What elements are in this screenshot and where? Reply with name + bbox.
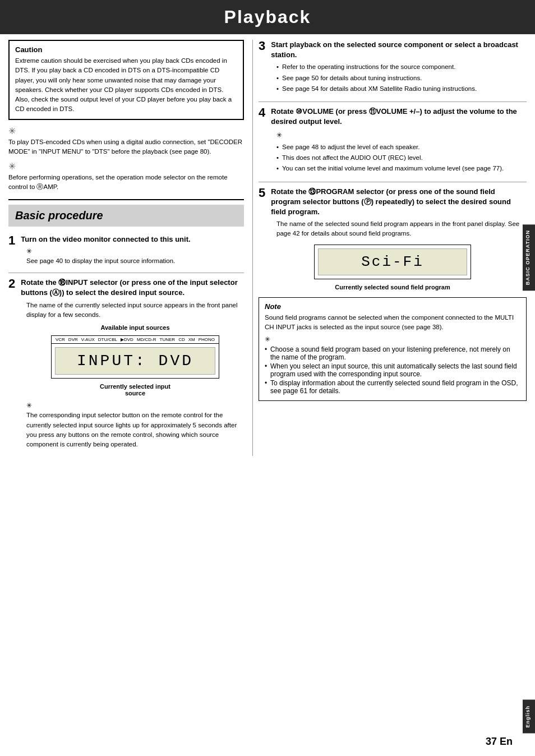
page-title: Playback bbox=[224, 7, 311, 27]
diagram-label-line1: Currently selected input bbox=[100, 383, 170, 390]
step-2-remote-note: ✳ The corresponding input selector butto… bbox=[26, 401, 244, 449]
scifi-display-screen: Sci-Fi bbox=[318, 248, 467, 275]
section-divider bbox=[8, 199, 244, 200]
note-box-title: Note bbox=[265, 302, 520, 311]
step-1-note-text: See page 40 to display the input source … bbox=[26, 257, 175, 264]
step-4-number: 4 bbox=[259, 107, 265, 119]
step-3-title: Start playback on the selected source co… bbox=[271, 40, 527, 60]
step-3-body: Refer to the operating instructions for … bbox=[276, 62, 527, 94]
step-5-number: 5 bbox=[259, 187, 265, 199]
basic-operation-tab: BASIC OPERATION bbox=[523, 224, 535, 291]
step-4-note-icon: ✳ bbox=[276, 132, 282, 139]
step-1-title: Turn on the video monitor connected to t… bbox=[21, 234, 244, 245]
diagram-label-line2: source bbox=[125, 390, 145, 397]
caution-body: Extreme caution should be exercised when… bbox=[15, 56, 237, 114]
input-display-container: VCR DVR V-AUX DTU/CBL ▶DVD MD/CD-R TUNER… bbox=[51, 335, 219, 379]
english-label: English bbox=[525, 706, 531, 728]
scifi-diagram-label: Currently selected sound field program bbox=[259, 284, 527, 291]
note-box-body: Sound field programs cannot be selected … bbox=[265, 313, 520, 333]
right-column: 3 Start playback on the selected source … bbox=[252, 40, 527, 456]
note-box-icon: ✳ bbox=[265, 335, 520, 343]
available-label: Available input sources bbox=[26, 324, 244, 331]
step-3-bullet-1: Refer to the operating instructions for … bbox=[276, 62, 527, 72]
note-box: Note Sound field programs cannot be sele… bbox=[259, 297, 527, 402]
step-3-bullets: Refer to the operating instructions for … bbox=[276, 62, 527, 94]
step-4-bullet-1: See page 48 to adjust the level of each … bbox=[276, 142, 527, 152]
step-divider-3 bbox=[259, 102, 527, 102]
note-box-bullets: Choose a sound field program based on yo… bbox=[265, 345, 520, 395]
step-4-bullets: See page 48 to adjust the level of each … bbox=[276, 142, 527, 174]
step-5-body: The name of the selected sound field pro… bbox=[276, 219, 527, 239]
caution-note-text: To play DTS-encoded CDs when using a dig… bbox=[8, 137, 244, 157]
step-3-bullet-3: See page 54 for details about XM Satelli… bbox=[276, 84, 527, 94]
step-5: 5 Rotate the ⑬PROGRAM selector (or press… bbox=[259, 187, 527, 291]
step-2-title: Rotate the ⑱INPUT selector (or press one… bbox=[21, 278, 244, 298]
step-3-number: 3 bbox=[259, 40, 265, 52]
step-4-title: Rotate ⑩VOLUME (or press ⑪VOLUME +/–) to… bbox=[271, 107, 527, 127]
basic-procedure-label: Basic procedure bbox=[15, 209, 103, 222]
english-tab: English bbox=[523, 700, 535, 734]
basic-operation-label: BASIC OPERATION bbox=[525, 230, 531, 285]
step-4-bullet-2: This does not affect the AUDIO OUT (REC)… bbox=[276, 153, 527, 163]
input-diagram: Available input sources VCR DVR V-AUX DT… bbox=[26, 324, 244, 397]
step-1-note-icon: ✳ bbox=[26, 248, 32, 255]
scifi-display-container: Sci-Fi bbox=[314, 245, 471, 279]
step-1: 1 Turn on the video monitor connected to… bbox=[8, 234, 244, 266]
step-2-remote-note-icon: ✳ bbox=[26, 402, 32, 409]
step-2: 2 Rotate the ⑱INPUT selector (or press o… bbox=[8, 278, 244, 449]
input-display-sources: VCR DVR V-AUX DTU/CBL ▶DVD MD/CD-R TUNER… bbox=[52, 336, 219, 344]
caution-title: Caution bbox=[15, 45, 237, 54]
page-number: 37 En bbox=[486, 736, 513, 748]
caution-note-icon: ✳ bbox=[8, 126, 244, 136]
step-2-body: The name of the currently selected input… bbox=[26, 301, 244, 320]
step-3-bullet-2: See page 50 for details about tuning ins… bbox=[276, 73, 527, 83]
note-box-bullet-2: When you select an input source, this un… bbox=[265, 362, 520, 378]
scifi-diagram: Sci-Fi Currently selected sound field pr… bbox=[259, 245, 527, 291]
step-1-note: ✳ See page 40 to display the input sourc… bbox=[26, 247, 244, 266]
step-4: 4 Rotate ⑩VOLUME (or press ⑪VOLUME +/–) … bbox=[259, 107, 527, 174]
step-1-number: 1 bbox=[8, 234, 15, 247]
step-2-remote-note-text: The corresponding input selector button … bbox=[26, 412, 237, 448]
step-2-number: 2 bbox=[8, 278, 15, 290]
step-divider-1 bbox=[8, 273, 244, 273]
step-5-title: Rotate the ⑬PROGRAM selector (or press o… bbox=[271, 187, 527, 218]
diagram-label-bottom: Currently selected input source bbox=[26, 383, 244, 397]
note-box-bullet-3: To display information about the current… bbox=[265, 379, 520, 395]
input-display-screen: INPUT: DVD bbox=[55, 347, 215, 375]
step-4-bullet-3: You can set the initial volume level and… bbox=[276, 164, 527, 173]
step-divider-4 bbox=[259, 182, 527, 182]
caution-box: Caution Extreme caution should be exerci… bbox=[8, 40, 244, 120]
page-title-bar: Playback bbox=[0, 0, 535, 34]
amp-note-text: Before performing operations, set the op… bbox=[8, 173, 244, 192]
amp-note-icon: ✳ bbox=[8, 161, 244, 172]
basic-procedure-header: Basic procedure bbox=[8, 205, 244, 227]
step-4-note-section: ✳ See page 48 to adjust the level of eac… bbox=[276, 131, 527, 174]
step-3: 3 Start playback on the selected source … bbox=[259, 40, 527, 95]
note-box-bullet-1: Choose a sound field program based on yo… bbox=[265, 345, 520, 361]
left-column: Caution Extreme caution should be exerci… bbox=[8, 40, 244, 456]
